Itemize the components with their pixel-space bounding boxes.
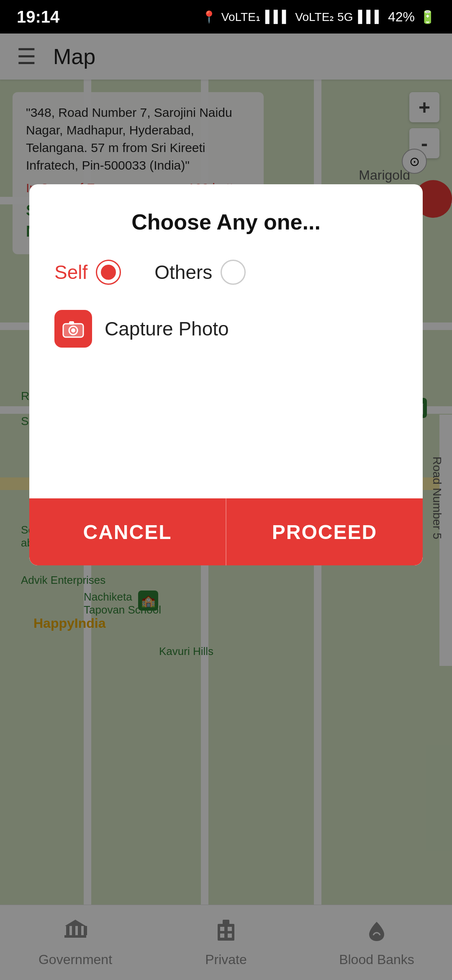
capture-photo-label: Capture Photo	[105, 317, 229, 340]
others-label: Others	[154, 261, 212, 284]
others-option[interactable]: Others	[154, 260, 246, 285]
choose-dialog: Choose Any one... Self Others Capture Ph…	[29, 184, 423, 565]
status-icons: 📍 VoLTE₁ ▌▌▌ VoLTE₂ 5G ▌▌▌ 42% 🔋	[202, 9, 435, 25]
dialog-spacer	[54, 364, 398, 498]
signal-icon: 📍	[202, 10, 216, 24]
self-option[interactable]: Self	[54, 260, 121, 285]
signal-bars-2: ▌▌▌	[358, 10, 383, 23]
svg-point-2	[71, 328, 75, 333]
self-radio-button[interactable]	[96, 260, 121, 285]
radio-group: Self Others	[54, 260, 398, 285]
capture-photo-row[interactable]: Capture Photo	[54, 310, 398, 348]
signal-bars-1: ▌▌▌	[265, 10, 290, 23]
radio-inner-dot	[101, 265, 116, 280]
battery-indicator: 42%	[388, 9, 415, 25]
dialog-buttons: CANCEL PROCEED	[29, 498, 423, 565]
network-icon-2: VoLTE₂ 5G	[295, 10, 353, 24]
network-icon: VoLTE₁	[221, 10, 260, 24]
svg-rect-3	[69, 321, 74, 325]
status-time: 19:14	[17, 8, 59, 26]
proceed-button[interactable]: PROCEED	[226, 498, 423, 565]
self-label: Self	[54, 261, 87, 284]
others-radio-button[interactable]	[221, 260, 246, 285]
status-bar: 19:14 📍 VoLTE₁ ▌▌▌ VoLTE₂ 5G ▌▌▌ 42% 🔋	[0, 0, 452, 34]
dialog-title: Choose Any one...	[54, 209, 398, 235]
cancel-button[interactable]: CANCEL	[29, 498, 226, 565]
battery-icon: 🔋	[420, 10, 435, 24]
camera-icon	[54, 310, 92, 348]
